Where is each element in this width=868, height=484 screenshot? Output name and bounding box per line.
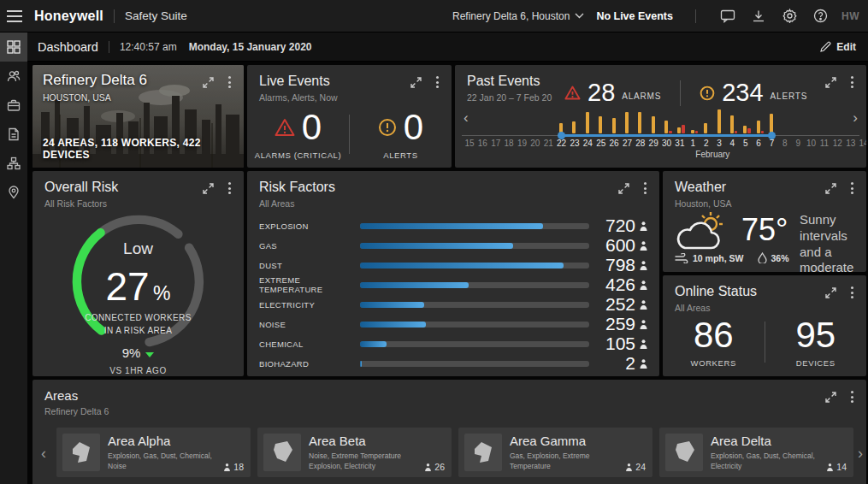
site-selector[interactable]: Refinery Delta 6, Houston xyxy=(452,10,584,22)
person-icon xyxy=(635,261,647,270)
overall-risk-card: Overall Risk All Risk Factors Low 27 % C… xyxy=(32,171,244,376)
online-status-card: Online Status All Areas 86 WORKERS 95 DE… xyxy=(663,275,866,376)
areas-prev-icon[interactable]: ‹ xyxy=(41,445,46,463)
timeline-next-icon[interactable]: › xyxy=(853,109,858,127)
risk-factor-row: BIOHAZARD2 xyxy=(259,355,647,372)
risk-level-label: Low xyxy=(32,239,244,258)
chevron-down-icon xyxy=(575,13,584,19)
expand-icon[interactable] xyxy=(203,77,214,88)
sidebar-item-hierarchy[interactable] xyxy=(0,149,27,178)
sidebar-item-dashboard[interactable] xyxy=(0,32,27,62)
alert-bar xyxy=(652,116,655,133)
area-tile[interactable]: Area GammaGas, Explosion, Extreme Temper… xyxy=(458,428,652,477)
chat-icon[interactable] xyxy=(718,7,737,26)
kebab-menu-icon[interactable] xyxy=(641,181,649,195)
product-name: Safety Suite xyxy=(125,9,187,22)
alert-bar xyxy=(677,127,681,133)
alert-bar xyxy=(572,121,576,133)
areas-next-icon[interactable]: › xyxy=(858,445,863,463)
risk-factor-label: GAS xyxy=(259,241,360,251)
kebab-menu-icon[interactable] xyxy=(848,286,856,299)
alert-bar xyxy=(599,116,602,133)
area-name: Area Delta xyxy=(711,434,771,448)
timeline-date-tick: 25 xyxy=(596,139,605,148)
area-count-value: 14 xyxy=(836,462,847,472)
user-avatar[interactable]: HW xyxy=(841,10,859,22)
timeline-date-tick: 4 xyxy=(730,139,735,148)
risk-delta-caption: VS 1HR AGO xyxy=(32,366,244,375)
expand-icon[interactable] xyxy=(410,77,422,88)
risk-factor-bar xyxy=(360,263,564,269)
timeline-range-handle[interactable] xyxy=(768,132,776,139)
sidebar-item-workers[interactable] xyxy=(0,62,27,91)
alarm-bar xyxy=(695,131,699,133)
area-worker-count: 24 xyxy=(625,462,646,472)
help-icon[interactable] xyxy=(811,7,830,26)
card-subtitle: Refinery Delta 6 xyxy=(44,406,815,416)
risk-factor-row: EXTREME TEMPERATURE426 xyxy=(259,276,647,293)
card-subtitle: Alarms, Alerts, Now xyxy=(259,92,400,103)
expand-icon[interactable] xyxy=(825,392,836,403)
alert-bar xyxy=(638,112,641,133)
alert-circle-icon xyxy=(378,118,397,137)
alarm-triangle-icon xyxy=(275,118,295,137)
kebab-menu-icon[interactable] xyxy=(848,390,856,404)
alert-bar xyxy=(743,126,747,133)
hamburger-menu-icon[interactable] xyxy=(0,7,29,26)
area-tile[interactable]: Area AlphaExplosion, Gas, Dust, Chemical… xyxy=(56,428,251,477)
timeline-date-tick: 29 xyxy=(649,139,658,148)
alert-bar xyxy=(757,121,760,133)
devices-label: DEVICES xyxy=(796,358,836,368)
kebab-menu-icon[interactable] xyxy=(226,181,233,195)
person-icon xyxy=(635,241,647,251)
card-title: Risk Factors xyxy=(259,180,608,195)
edit-dashboard-button[interactable]: Edit xyxy=(820,41,856,53)
download-icon[interactable] xyxy=(749,7,768,26)
trend-down-icon xyxy=(145,352,154,357)
risk-factor-bar-track xyxy=(360,341,589,347)
devices-value: 95 xyxy=(795,317,836,353)
topbar-right: Refinery Delta 6, Houston No Live Events… xyxy=(452,7,868,26)
timeline-date-tick: 26 xyxy=(610,139,619,148)
timeline-range-handle[interactable] xyxy=(558,132,565,139)
temperature: 75° xyxy=(741,212,788,248)
timeline-date-tick: 12 xyxy=(833,139,842,148)
expand-icon[interactable] xyxy=(203,183,214,194)
page-header: Dashboard 12:40:57 am Monday, 15 January… xyxy=(27,32,868,62)
kebab-menu-icon[interactable] xyxy=(226,75,233,89)
risk-factor-bar-track xyxy=(360,263,589,269)
risk-factor-value: 798 xyxy=(596,255,635,275)
timeline-date-tick: 14 xyxy=(859,139,866,148)
weather-description: Sunny intervals and a moderate breeze xyxy=(800,212,861,272)
card-title: Live Events xyxy=(259,74,400,89)
kebab-menu-icon[interactable] xyxy=(848,181,856,195)
person-icon xyxy=(425,463,432,470)
timeline-date-tick: 31 xyxy=(675,139,684,148)
site-selector-label: Refinery Delta 6, Houston xyxy=(452,10,570,22)
sidebar-item-reports[interactable] xyxy=(0,120,27,149)
area-tile[interactable]: Area DeltaExplosion, Gas, Dust, Chemical… xyxy=(659,428,853,477)
alert-bar xyxy=(664,121,668,133)
timeline-date-tick: 5 xyxy=(743,139,748,148)
risk-delta: 9% xyxy=(32,345,244,360)
timeline-date-tick: 30 xyxy=(662,139,671,148)
timeline-date-tick: 6 xyxy=(756,139,761,148)
area-worker-count: 26 xyxy=(424,462,445,472)
timeline-date-tick: 28 xyxy=(635,139,645,148)
brand-logo: Honeywell xyxy=(34,9,103,24)
expand-icon[interactable] xyxy=(825,287,836,298)
kebab-menu-icon[interactable] xyxy=(434,75,441,89)
expand-icon[interactable] xyxy=(825,183,836,194)
sidebar-item-assets[interactable] xyxy=(0,91,27,120)
risk-factor-row: NOISE259 xyxy=(259,316,647,333)
timeline-range-slider[interactable] xyxy=(562,134,772,137)
alert-bar xyxy=(770,114,773,133)
area-tile[interactable]: Area BetaNoise, Extreme Temperature Expl… xyxy=(257,428,452,477)
settings-gear-icon[interactable] xyxy=(780,7,799,26)
timeline-date-tick: 20 xyxy=(530,139,540,148)
workers-value: 86 xyxy=(694,317,734,353)
divider xyxy=(109,41,109,53)
sidebar-item-locations[interactable] xyxy=(0,178,27,207)
expand-icon[interactable] xyxy=(618,183,629,194)
timeline-prev-icon[interactable]: ‹ xyxy=(464,109,469,127)
